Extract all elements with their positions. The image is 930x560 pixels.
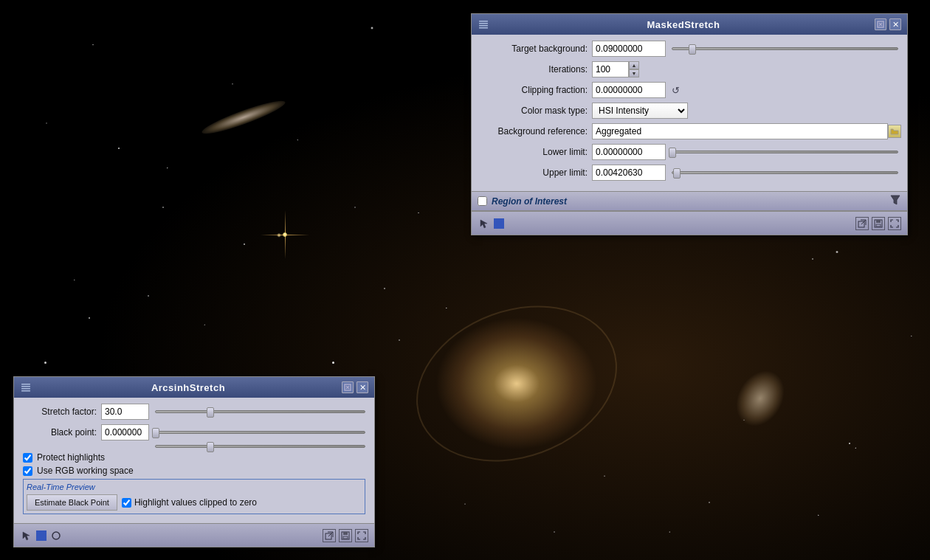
masked-save-btn[interactable] [872,217,885,230]
stretch-factor-row: Stretch factor: [20,404,368,420]
highlight-clipped-checkbox[interactable] [122,498,131,508]
star [354,207,356,208]
masked-minimize-btn[interactable] [875,18,886,30]
star [148,295,149,297]
svg-rect-9 [343,532,348,535]
star [244,243,245,245]
svg-rect-2 [21,388,30,390]
target-bg-thumb[interactable] [689,44,696,55]
clipping-fraction-label: Clipping fraction: [478,85,592,95]
svg-line-17 [861,220,866,224]
clipping-fraction-row: Clipping fraction: ↺ [478,82,901,98]
masked-new-window-btn[interactable] [855,217,869,230]
star [162,207,164,208]
masked-title: MaskedStretch [492,19,875,30]
masked-expand-btn[interactable] [888,217,901,230]
color-mask-select[interactable]: HSI Intensity HSL Saturation CIE L* [592,103,688,119]
target-bg-row: Target background: [478,41,901,57]
svg-rect-1 [21,386,30,387]
highlight-clipped-label: Highlight values clipped to zero [134,497,257,508]
upper-limit-input[interactable] [592,165,666,181]
masked-cursor-icon[interactable] [478,217,491,230]
arcsinh-toolbar [14,523,374,547]
use-rgb-label: Use RGB working space [37,466,134,476]
arcsinh-minimize-btn[interactable] [342,381,354,393]
galaxy-edge [200,96,288,139]
iterations-input[interactable] [592,61,629,77]
use-rgb-row: Use RGB working space [20,466,368,476]
svg-rect-11 [479,21,488,22]
star [384,288,385,289]
black-point-slider2-row [20,445,368,448]
stretch-factor-thumb[interactable] [207,407,214,418]
galaxy-ring [394,279,639,488]
expand-btn[interactable] [355,529,368,542]
black-point-input[interactable] [101,424,149,440]
upper-limit-row: Upper limit: [478,165,901,181]
svg-rect-19 [876,220,881,223]
black-point-slider2[interactable] [155,445,365,448]
use-rgb-checkbox[interactable] [23,466,32,476]
masked-titlebar-icons: ✕ [875,18,901,30]
lower-limit-row: Lower limit: [478,144,901,160]
svg-rect-20 [876,224,881,227]
upper-limit-thumb[interactable] [673,168,681,179]
bg-reference-label: Background reference: [478,126,592,136]
clipping-reload-icon[interactable]: ↺ [669,83,682,97]
bright-star [283,232,287,237]
iterations-down-btn[interactable]: ▼ [629,69,639,77]
black-point-label: Black point: [20,427,101,438]
target-bg-slider[interactable] [672,47,898,50]
arcsinh-close-btn[interactable]: ✕ [356,381,368,393]
masked-blue-square-icon[interactable] [494,218,504,229]
iterations-spinner: ▲ ▼ [592,61,639,77]
bg-reference-row: Background reference: [478,123,901,139]
bg-reference-folder-btn[interactable] [888,125,901,138]
arcsinh-titlebar[interactable]: ArcsinhStretch ✕ [14,377,374,398]
rtp-title: Real-Time Preview [27,483,362,491]
iterations-up-btn[interactable]: ▲ [629,61,639,69]
iterations-label: Iterations: [478,64,592,75]
lower-limit-input[interactable] [592,144,666,160]
protect-highlights-checkbox[interactable] [23,453,32,463]
masked-content: Target background: Iterations: ▲ ▼ Clipp… [472,35,907,191]
svg-rect-0 [21,384,30,385]
black-point-thumb2[interactable] [207,442,214,452]
grip-icon [20,381,32,393]
protect-highlights-label: Protect highlights [37,452,105,463]
target-bg-input[interactable] [592,41,666,57]
arcsinh-title: ArcsinhStretch [35,382,342,393]
black-point-slider[interactable] [155,431,365,434]
svg-point-5 [52,532,60,539]
circle-icon[interactable] [49,529,63,542]
cursor-icon[interactable] [20,529,33,542]
black-point-thumb[interactable] [152,428,159,438]
arcsinh-panel: ArcsinhStretch ✕ Stretch factor: Black p… [13,376,375,547]
stretch-factor-label: Stretch factor: [20,407,101,417]
masked-close-btn[interactable]: ✕ [889,18,901,30]
highlight-check-row: Highlight values clipped to zero [122,497,257,508]
svg-rect-3 [21,390,30,392]
color-mask-row: Color mask type: HSI Intensity HSL Satur… [478,103,901,119]
estimate-blackpoint-btn[interactable]: Estimate Black Point [27,494,117,511]
lower-limit-thumb[interactable] [669,148,676,158]
svg-rect-10 [343,536,348,539]
upper-limit-slider[interactable] [672,171,898,174]
bg-reference-input[interactable] [592,123,888,139]
stretch-factor-slider[interactable] [155,410,365,413]
save-btn[interactable] [339,529,352,542]
roi-label: Region of Interest [492,196,567,207]
roi-checkbox[interactable] [478,196,487,206]
star [44,362,46,364]
iterations-row: Iterations: ▲ ▼ [478,61,901,77]
masked-titlebar[interactable]: MaskedStretch ✕ [472,14,907,35]
new-window-btn[interactable] [323,529,336,542]
stretch-factor-input[interactable] [101,404,149,420]
lower-limit-slider[interactable] [672,151,898,153]
masked-toolbar [472,211,907,235]
star [812,258,813,260]
rtp-row: Estimate Black Point Highlight values cl… [27,494,362,511]
clipping-fraction-input[interactable] [592,82,666,98]
blue-square-icon[interactable] [36,530,46,541]
roi-funnel-icon[interactable] [889,194,901,208]
